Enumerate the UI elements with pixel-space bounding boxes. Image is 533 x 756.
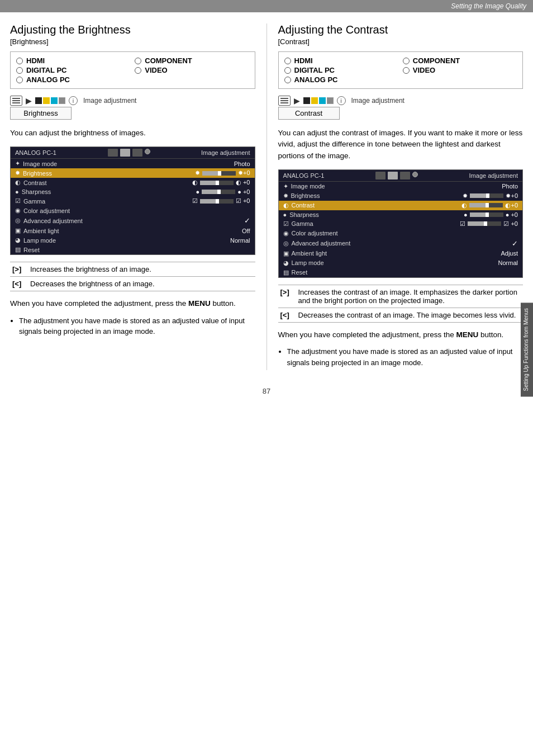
left-input-hdmi: HDMI (16, 56, 130, 65)
r-ms-tab-icon (412, 172, 418, 177)
left-info-icon: i (69, 96, 78, 105)
right-ms-tabs (375, 172, 418, 179)
left-adjustments-table: [>] Increases the brightness of an image… (10, 262, 255, 291)
left-adj-row-2: [<] Decreases the brightness of an image… (10, 277, 255, 291)
r-ms-row-advancedadj: ◎Advanced adjustment ✓ (279, 238, 523, 249)
r-ms-row-sharpness: ●Sharpness ● ● +0 (279, 210, 523, 219)
left-input-digitalpc: DIGITAL PC (16, 66, 130, 74)
right-input-hdmi: HDMI (284, 56, 398, 65)
left-ms-tab-label: Image adjustment (201, 149, 250, 156)
r-sharpness-bar (470, 212, 503, 217)
r-brightness-bar (470, 193, 503, 198)
left-column: Adjusting the Brightness [Brightness] HD… (10, 23, 267, 370)
r-ms-tab-2 (388, 172, 398, 179)
left-arrow: ▶ (26, 96, 32, 105)
radio-video (135, 67, 141, 74)
right-adj-row-2: [<] Decreases the contrast of an image. … (278, 308, 524, 322)
right-description: You can adjust the contrast of images. I… (278, 127, 524, 162)
right-info-icon: i (337, 96, 346, 105)
left-ms-tabs (108, 149, 150, 157)
right-menu-label: Image adjustment (351, 97, 404, 105)
radio-component (135, 58, 141, 64)
left-bullet-list: The adjustment you have made is stored a… (10, 315, 255, 337)
ms-row-gamma: ☑Gamma ☑ ☑ +0 (11, 196, 255, 206)
contrast-bar (200, 181, 234, 185)
left-ms-header: ANALOG PC-1 Image adjustment (11, 147, 255, 159)
left-complete-text: When you have completed the adjustment, … (10, 298, 255, 309)
cb-cyan (51, 97, 58, 104)
left-menu-nav: ▶ i Image adjustment (10, 96, 255, 106)
ms-tab-3 (132, 149, 142, 157)
r-gamma-bar (468, 221, 501, 226)
r-ms-row-imagemode: ✦Image mode Photo (279, 182, 523, 191)
r-ms-tab-3 (400, 172, 410, 179)
left-adj-row-1: [>] Increases the brightness of an image… (10, 262, 255, 277)
right-menu-button: MENU (456, 330, 478, 339)
ms-row-lampmode: ◕Lamp mode Normal (11, 235, 255, 245)
r-radio-analogpc (284, 77, 291, 83)
page-number: 87 (263, 387, 270, 395)
left-description: You can adjust the brightness of images. (10, 127, 255, 139)
r-ms-row-contrast: ◐Contrast ◐ ◐+0 (279, 201, 523, 210)
r-ms-row-ambientlight: ▣Ambient light Adjust (279, 249, 523, 258)
r-radio-component (403, 58, 410, 64)
gamma-bar (200, 199, 234, 204)
right-arrow: ▶ (294, 96, 300, 105)
ms-row-reset: ▤Reset (11, 245, 255, 254)
right-subtitle: [Contrast] (278, 37, 524, 46)
r-contrast-bar (469, 203, 503, 207)
ms-row-advancedadj: ◎Advanced adjustment ✓ (11, 215, 255, 226)
r-cb-cyan (319, 97, 326, 104)
right-ms-body: ✦Image mode Photo ✸Brightness ✸ ✸+0 (279, 182, 523, 277)
right-ms-header: ANALOG PC-1 Image adjustment (279, 170, 523, 182)
right-input-types: HDMI COMPONENT DIGITAL PC VIDEO ANALOG P… (278, 51, 524, 89)
left-ms-title: ANALOG PC-1 (15, 149, 56, 156)
r-radio-hdmi (284, 58, 291, 64)
left-input-types: HDMI COMPONENT DIGITAL PC VIDEO ANALOG P… (10, 51, 255, 89)
r-radio-video (403, 67, 410, 74)
cb-black (35, 97, 42, 104)
right-menu-screen: ANALOG PC-1 Image adjustment ✦Image mode… (278, 169, 524, 278)
right-menu-icon (278, 96, 291, 106)
left-input-video: VIDEO (135, 66, 249, 74)
left-menu-button: MENU (188, 299, 211, 308)
side-tab: Setting Up Functions from Menus (521, 303, 533, 396)
r-cb-black (303, 97, 310, 104)
right-complete-text: When you have completed the adjustment, … (278, 329, 524, 341)
right-ms-title: ANALOG PC-1 (283, 172, 325, 179)
right-adj-row-1: [>] Increases the contrast of an image. … (278, 285, 524, 308)
left-ms-body: ✦Image mode Photo ✸Brightness ✸ ✸+0 (11, 159, 255, 254)
radio-analogpc (16, 77, 23, 83)
cb-yellow (43, 97, 50, 104)
left-submenu: Brightness (10, 107, 72, 120)
left-subtitle: [Brightness] (10, 37, 255, 46)
left-bullet-item: The adjustment you have made is stored a… (19, 315, 255, 337)
right-input-video: VIDEO (403, 66, 517, 74)
r-cb-screen (327, 97, 334, 104)
r-ms-tab-1 (375, 172, 386, 179)
right-menu-nav: ▶ i Image adjustment (278, 96, 524, 106)
header-title: Setting the Image Quality (451, 2, 526, 10)
right-input-analogpc: ANALOG PC (284, 75, 398, 84)
left-menu-icon (10, 96, 22, 106)
right-section-title: Adjusting the Contrast (278, 23, 524, 36)
right-input-component: COMPONENT (403, 56, 517, 65)
side-tab-label: Setting Up Functions from Menus (523, 308, 529, 391)
ms-row-brightness: ✸Brightness ✸ ✸+0 (11, 168, 255, 178)
ms-row-sharpness: ●Sharpness ● ● +0 (11, 187, 255, 196)
right-color-blocks (303, 97, 334, 104)
sharpness-bar (202, 190, 235, 194)
left-menu-label: Image adjustment (83, 97, 136, 105)
radio-hdmi (16, 58, 23, 64)
r-radio-digitalpc (284, 67, 291, 74)
radio-digitalpc (16, 67, 23, 74)
right-column: Adjusting the Contrast [Contrast] HDMI C… (267, 23, 524, 370)
ms-row-contrast: ◐Contrast ◐ ◐ +0 (11, 178, 255, 187)
page-footer: 87 (0, 381, 533, 401)
left-color-blocks (35, 97, 65, 104)
brightness-bar (202, 171, 236, 176)
right-ms-tab-label: Image adjustment (469, 172, 518, 179)
ms-tab-icon (145, 149, 150, 154)
left-input-component: COMPONENT (135, 56, 249, 65)
right-input-digitalpc: DIGITAL PC (284, 66, 398, 74)
